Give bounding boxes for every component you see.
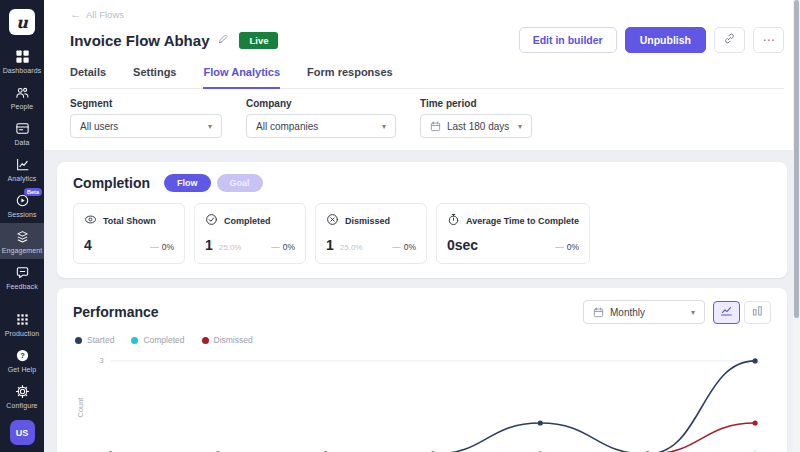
stat-average-time: Average Time to Complete 0sec —0%: [436, 203, 590, 264]
stat-value: 0sec: [447, 237, 478, 253]
beta-badge: Beta: [24, 188, 42, 196]
stat-dismissed: Dismissed 1 25.0% —0%: [315, 203, 427, 264]
status-badge: Live: [239, 32, 278, 49]
sidebar-item-dashboards[interactable]: Dashboards: [0, 43, 44, 79]
toggle-flow-pill[interactable]: Flow: [164, 174, 211, 192]
topbar: ← All Flows Invoice Flow Abhay Live Edit…: [44, 0, 800, 89]
segment-filter-label: Segment: [70, 98, 222, 109]
legend-started[interactable]: Started: [75, 335, 114, 345]
tab-details[interactable]: Details: [70, 66, 106, 89]
completion-card: Completion Flow Goal Total Shown 4: [57, 162, 787, 278]
dismissed-dot-icon: [202, 337, 209, 344]
sidebar-item-label: Production: [5, 330, 39, 337]
stat-label: Completed: [224, 216, 271, 226]
analytics-icon: [15, 157, 30, 172]
performance-chart: 03CountSep 2024Oct 2024Nov 2024Dec 2024J…: [73, 351, 771, 452]
copy-link-button[interactable]: [714, 27, 745, 53]
avatar-initials: US: [16, 428, 29, 438]
sidebar-item-label: Dashboards: [3, 67, 42, 74]
people-icon: [15, 85, 30, 100]
page-title: Invoice Flow Abhay: [70, 32, 209, 49]
eye-icon: [84, 213, 97, 228]
calendar-icon: [430, 121, 441, 132]
granularity-select-value: Monthly: [610, 307, 645, 318]
sidebar-item-data[interactable]: Data: [0, 115, 44, 151]
toggle-goal-pill[interactable]: Goal: [217, 174, 263, 192]
sidebar-item-get-help[interactable]: ? Get Help: [0, 342, 44, 378]
granularity-select[interactable]: Monthly ▾: [583, 300, 705, 324]
stat-header: Total Shown: [84, 213, 174, 228]
edit-in-builder-button[interactable]: Edit in builder: [519, 27, 617, 53]
app-window: u Dashboards People Data Analytics Beta …: [0, 0, 800, 452]
performance-card: Performance Monthly ▾ St: [57, 288, 787, 452]
sidebar-item-label: Engagement: [2, 247, 43, 254]
page-scrollbar: [793, 0, 800, 452]
stat-header: Completed: [205, 213, 295, 228]
help-icon: ?: [15, 348, 30, 363]
ellipsis-icon: ⋯: [763, 33, 775, 47]
svg-text:Count: Count: [76, 398, 85, 418]
series-legend: Started Completed Dismissed: [73, 335, 771, 345]
stat-sub: 25.0%: [340, 243, 363, 252]
legend-completed[interactable]: Completed: [131, 335, 184, 345]
time-period-select-value: Last 180 days: [447, 121, 509, 132]
time-period-select[interactable]: Last 180 days ▾: [420, 114, 532, 138]
sidebar-item-analytics[interactable]: Analytics: [0, 151, 44, 187]
stat-sub: 25.0%: [219, 243, 242, 252]
sidebar-item-feedback[interactable]: Feedback: [0, 259, 44, 295]
bar-chart-toggle[interactable]: [744, 301, 771, 324]
sidebar-item-production[interactable]: Production: [0, 306, 44, 342]
sidebar-bottom: Production ? Get Help Configure US: [0, 306, 44, 452]
line-chart-icon: [720, 303, 733, 321]
performance-header: Performance Monthly ▾: [73, 300, 771, 324]
completed-dot-icon: [131, 337, 138, 344]
tab-bar: Details Settings Flow Analytics Form res…: [70, 66, 784, 89]
stat-values: 0sec —0%: [447, 237, 579, 253]
performance-title: Performance: [73, 304, 159, 320]
stat-delta: —0%: [539, 242, 579, 252]
link-icon: [723, 32, 736, 48]
filter-bar: Segment All users ▾ Company All companie…: [44, 89, 800, 150]
user-avatar[interactable]: US: [10, 420, 35, 445]
line-chart-toggle[interactable]: [713, 301, 740, 324]
sidebar-item-label: People: [11, 103, 33, 110]
stat-values: 4 —0%: [84, 237, 174, 253]
legend-dismissed[interactable]: Dismissed: [202, 335, 253, 345]
chevron-down-icon: ▾: [208, 122, 212, 131]
check-circle-icon: [205, 213, 218, 228]
app-logo-letter: u: [16, 13, 28, 32]
sidebar: u Dashboards People Data Analytics Beta …: [0, 0, 44, 452]
stat-label: Dismissed: [345, 216, 390, 226]
more-options-button[interactable]: ⋯: [753, 27, 784, 53]
stat-values: 1 25.0% —0%: [326, 237, 416, 253]
sidebar-item-label: Get Help: [8, 366, 36, 373]
stopwatch-icon: [447, 213, 460, 228]
company-filter-label: Company: [246, 98, 396, 109]
sidebar-item-configure[interactable]: Configure: [0, 378, 44, 414]
sidebar-item-label: Sessions: [7, 211, 36, 218]
edit-title-button[interactable]: [217, 33, 229, 48]
app-logo[interactable]: u: [9, 9, 35, 35]
tab-settings[interactable]: Settings: [133, 66, 176, 89]
breadcrumb[interactable]: ← All Flows: [70, 8, 784, 20]
scrollbar-thumb[interactable]: [794, 0, 799, 318]
header-actions: Edit in builder Unpublish ⋯: [519, 27, 784, 53]
svg-text:3: 3: [100, 356, 104, 365]
breadcrumb-label: All Flows: [86, 9, 124, 20]
feedback-chat-icon: [15, 265, 30, 280]
performance-controls: Monthly ▾: [583, 300, 771, 324]
stat-value: 1: [326, 237, 334, 253]
sidebar-item-label: Data: [14, 139, 29, 146]
tab-form-responses[interactable]: Form responses: [307, 66, 393, 89]
segment-select[interactable]: All users ▾: [70, 114, 222, 138]
page-content: Completion Flow Goal Total Shown 4: [44, 150, 800, 452]
chevron-down-icon: ▾: [382, 122, 386, 131]
sidebar-item-engagement[interactable]: Engagement: [0, 223, 44, 259]
company-select[interactable]: All companies ▾: [246, 114, 396, 138]
sidebar-item-sessions[interactable]: Beta Sessions: [0, 187, 44, 223]
unpublish-button[interactable]: Unpublish: [625, 27, 706, 53]
sidebar-item-people[interactable]: People: [0, 79, 44, 115]
tab-flow-analytics[interactable]: Flow Analytics: [203, 66, 280, 89]
dashboards-icon: [15, 49, 30, 64]
chevron-down-icon: ▾: [691, 308, 695, 317]
